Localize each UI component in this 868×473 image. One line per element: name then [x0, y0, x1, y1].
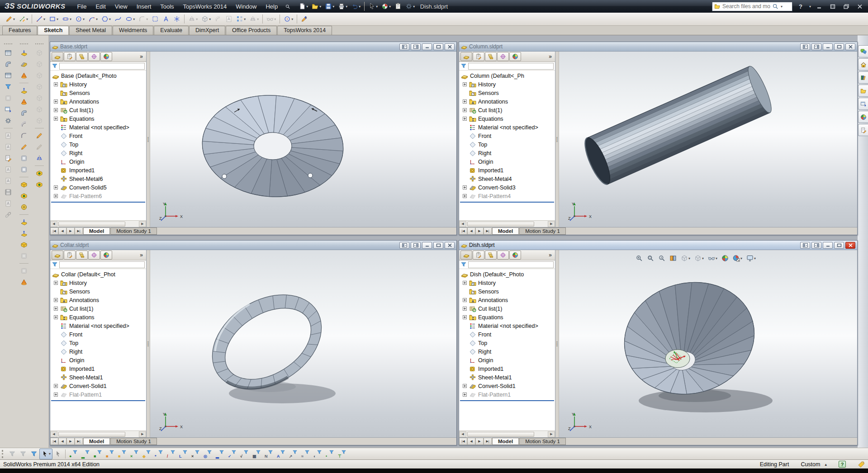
convert-entities-button[interactable]: [34, 168, 45, 179]
pin-menu-icon[interactable]: [282, 2, 293, 10]
tree-item-flat-pattern6[interactable]: Flat-Pattern6: [50, 192, 146, 200]
tree-item-origin[interactable]: Origin: [50, 356, 146, 364]
closed-corner-button[interactable]: [19, 153, 29, 164]
rebuild-dropdown-icon[interactable]: ▾: [389, 5, 391, 9]
linear-sketch-pattern-button[interactable]: ▾: [234, 14, 247, 24]
tree-item-top[interactable]: Top: [50, 140, 146, 149]
last-tab-icon[interactable]: ▶|: [75, 438, 83, 445]
forming-tool-button[interactable]: [19, 179, 29, 190]
tree-item-imported1[interactable]: Imported1: [459, 166, 555, 175]
apply-scene-button[interactable]: ▾: [731, 253, 744, 263]
filter-datums-button[interactable]: A: [275, 449, 287, 459]
maximize-button[interactable]: [433, 43, 443, 50]
tree-item-convert-solid1[interactable]: Convert-Solid1: [459, 382, 555, 390]
manager-tab-featuremanager[interactable]: [52, 251, 63, 260]
zoom-to-area-button[interactable]: [645, 253, 656, 263]
tree-item-material-not-specified-[interactable]: Material <not specified>: [50, 322, 146, 330]
unfold-button[interactable]: [19, 217, 29, 227]
tree-item-cut-list-1-[interactable]: Cut list(1): [50, 106, 146, 114]
welded-corner-button[interactable]: [19, 164, 29, 175]
manager-tabs-overflow[interactable]: »: [547, 252, 554, 258]
expand-icon[interactable]: [53, 99, 58, 104]
display-style-dropdown-icon[interactable]: ▾: [702, 256, 704, 260]
first-tab-icon[interactable]: |◀: [50, 227, 58, 235]
tree-root[interactable]: Column (Default<_Ph: [459, 71, 555, 80]
prev-tab-icon[interactable]: ◀: [58, 438, 66, 445]
tree-item-equations[interactable]: Equations: [459, 114, 555, 123]
isometric-view-button[interactable]: [34, 115, 45, 126]
filter-input[interactable]: [468, 63, 554, 70]
tree-item-origin[interactable]: Origin: [459, 356, 555, 364]
tree-item-sensors[interactable]: Sensors: [459, 89, 555, 97]
extruded-cut-button[interactable]: [19, 190, 29, 201]
right-view-button[interactable]: [34, 81, 45, 92]
filter-datum-targets-button[interactable]: ◐: [312, 449, 324, 459]
filter-faces-button[interactable]: ■: [92, 449, 104, 459]
taskpane-tab-design-library[interactable]: [858, 71, 868, 84]
tree-item-top[interactable]: Top: [459, 140, 555, 149]
filter-midpoints-button[interactable]: ×: [190, 449, 202, 459]
tree-root[interactable]: Collar (Default<_Phot: [50, 270, 146, 279]
manager-tab-displaymanager[interactable]: [509, 52, 521, 61]
tree-root[interactable]: Base (Default<_Photo: [50, 71, 146, 80]
magnified-selection-button[interactable]: [52, 449, 63, 459]
scroll-right-icon[interactable]: ▶: [548, 221, 555, 227]
tree-item-flat-pattern1[interactable]: Flat-Pattern1: [459, 390, 555, 399]
point-button[interactable]: [171, 14, 182, 24]
cascade-windows-button[interactable]: [841, 2, 852, 10]
minimize-button[interactable]: [823, 43, 833, 50]
modify-sketch-button[interactable]: [34, 153, 45, 164]
miter-flange-button[interactable]: [19, 108, 29, 118]
panel-splitter[interactable]: ••••: [555, 52, 559, 227]
tree-item-cut-list-1-[interactable]: Cut list(1): [50, 304, 146, 313]
first-tab-icon[interactable]: |◀: [459, 227, 467, 235]
manager-tabs-overflow[interactable]: »: [138, 252, 145, 258]
document-tab-motion-study-1[interactable]: Motion Study 1: [519, 438, 566, 445]
scroll-left-icon[interactable]: ◀: [50, 431, 57, 437]
select-button[interactable]: ▾: [39, 449, 52, 459]
insert-bends-button[interactable]: [19, 277, 29, 288]
open-button[interactable]: ▾: [310, 1, 323, 12]
dock-right-button[interactable]: [411, 43, 421, 50]
sketch-dropdown-icon[interactable]: ▾: [13, 17, 15, 21]
ellipse-button[interactable]: ▾: [123, 14, 137, 24]
centerpoint-arc-dropdown-icon[interactable]: ▾: [96, 17, 98, 21]
expand-icon[interactable]: [462, 307, 467, 311]
clear-all-filters-button[interactable]: [18, 449, 28, 459]
window-title-bar[interactable]: Column.sldprt: [459, 42, 857, 52]
undo-button[interactable]: ▾: [349, 1, 362, 12]
filter-centerline-button[interactable]: ▂: [214, 449, 226, 459]
panel-splitter[interactable]: ••••: [147, 250, 150, 437]
maximize-button[interactable]: [827, 2, 838, 10]
rip-button[interactable]: [19, 265, 29, 276]
tree-item-flat-pattern1[interactable]: Flat-Pattern1: [50, 390, 146, 399]
repair-sketch-button[interactable]: ▾: [282, 14, 295, 24]
tree-item-history[interactable]: History: [50, 80, 146, 89]
manager-tabs-overflow[interactable]: »: [138, 53, 145, 60]
panel-splitter[interactable]: ••••: [147, 52, 150, 227]
filter-notes-button[interactable]: N: [263, 449, 275, 459]
expand-icon[interactable]: [53, 185, 58, 189]
left-view-button[interactable]: [34, 70, 45, 81]
filter-dimensions-button[interactable]: ✓: [226, 449, 238, 459]
manager-tab-propertymanager[interactable]: [473, 52, 484, 61]
tree-item-flat-pattern4[interactable]: Flat-Pattern4: [459, 192, 555, 200]
tree-item-material-not-specified-[interactable]: Material <not specified>: [459, 322, 555, 330]
options-dropdown-icon[interactable]: ▾: [413, 5, 415, 9]
fold-button[interactable]: [19, 228, 29, 239]
tree-item-sheet-metal4[interactable]: Sheet-Metal4: [459, 175, 555, 183]
rebuild-button[interactable]: ▾: [379, 1, 393, 12]
apply-scene-dropdown-icon[interactable]: ▾: [740, 256, 742, 260]
tree-item-right[interactable]: Right: [50, 149, 146, 157]
taskpane-tab-solidworks-resources[interactable]: [858, 58, 868, 71]
tree-item-sensors[interactable]: Sensors: [459, 287, 555, 296]
hide-show-items-button[interactable]: ▾: [706, 253, 719, 263]
sketch-fillet-button[interactable]: ▾: [137, 14, 150, 24]
tree-item-equations[interactable]: Equations: [459, 313, 555, 322]
manager-tab-featuremanager[interactable]: [52, 52, 63, 61]
filter-input[interactable]: [468, 261, 554, 268]
next-tab-icon[interactable]: ▶: [66, 227, 75, 235]
menu-window[interactable]: Window: [231, 1, 261, 12]
manager-tab-displaymanager[interactable]: [100, 52, 112, 61]
menu-insert[interactable]: Insert: [132, 1, 156, 12]
